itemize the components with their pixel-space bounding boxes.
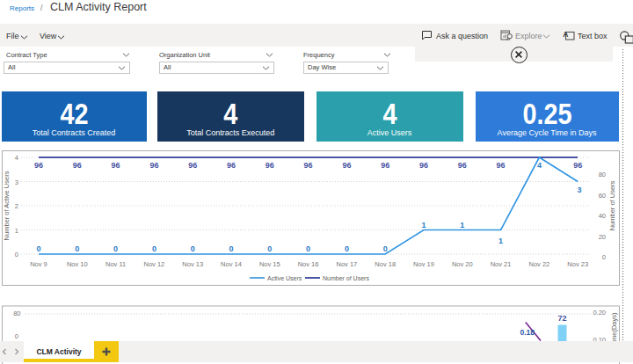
svg-text:0.18: 0.18 <box>520 328 535 337</box>
svg-text:96: 96 <box>266 161 274 170</box>
svg-text:80: 80 <box>599 171 606 178</box>
svg-text:4: 4 <box>537 161 542 170</box>
svg-text:40: 40 <box>599 212 606 220</box>
svg-text:0: 0 <box>152 244 156 253</box>
svg-text:96: 96 <box>573 161 582 170</box>
svg-text:Nov 17: Nov 17 <box>337 260 358 268</box>
svg-text:0.20: 0.20 <box>593 309 606 317</box>
svg-text:1: 1 <box>15 227 18 235</box>
svg-text:Nov 19: Nov 19 <box>413 260 434 268</box>
svg-text:96: 96 <box>188 161 197 170</box>
svg-text:0: 0 <box>345 244 349 253</box>
svg-text:96: 96 <box>227 161 236 170</box>
svg-text:Nov 22: Nov 22 <box>529 260 550 268</box>
svg-text:Nov 16: Nov 16 <box>298 260 319 268</box>
svg-text:Number of Users: Number of Users <box>608 180 616 230</box>
svg-text:0: 0 <box>267 244 272 253</box>
svg-text:0: 0 <box>191 244 195 253</box>
svg-text:Nov 15: Nov 15 <box>259 260 280 268</box>
svg-text:0: 0 <box>383 244 388 253</box>
svg-text:1: 1 <box>460 221 464 229</box>
svg-text:0: 0 <box>15 332 18 340</box>
svg-text:4: 4 <box>15 154 18 162</box>
svg-text:Number of Users: Number of Users <box>323 275 369 281</box>
svg-text:96: 96 <box>149 161 158 170</box>
svg-text:me(Days): me(Days) <box>610 312 618 341</box>
svg-text:80: 80 <box>13 309 20 317</box>
svg-text:Number of Active Users: Number of Active Users <box>3 171 11 240</box>
svg-text:0: 0 <box>602 253 606 261</box>
svg-text:96: 96 <box>112 161 120 170</box>
svg-text:3: 3 <box>15 178 18 186</box>
svg-text:3: 3 <box>577 186 581 194</box>
svg-text:96: 96 <box>381 161 389 170</box>
svg-text:Nov 21: Nov 21 <box>491 260 512 268</box>
svg-text:1: 1 <box>498 237 503 245</box>
svg-text:Nov 12: Nov 12 <box>144 260 165 268</box>
svg-text:Nov 20: Nov 20 <box>452 260 473 268</box>
svg-text:0: 0 <box>75 244 79 253</box>
svg-text:Nov 18: Nov 18 <box>375 260 396 268</box>
svg-text:Nov 14: Nov 14 <box>221 260 242 268</box>
svg-text:20: 20 <box>599 233 606 241</box>
svg-text:0: 0 <box>15 251 18 258</box>
svg-text:96: 96 <box>458 161 467 170</box>
svg-text:96: 96 <box>419 161 428 170</box>
svg-text:2: 2 <box>15 202 18 210</box>
svg-text:1: 1 <box>421 221 426 229</box>
svg-text:Nov 10: Nov 10 <box>67 260 88 268</box>
svg-text:Active Users: Active Users <box>267 275 302 281</box>
svg-text:96: 96 <box>497 161 506 170</box>
svg-text:0: 0 <box>36 244 40 253</box>
svg-text:Nov 23: Nov 23 <box>567 260 588 268</box>
svg-text:96: 96 <box>304 161 313 170</box>
svg-text:96: 96 <box>73 161 82 170</box>
svg-text:96: 96 <box>342 161 351 170</box>
svg-text:Nov 9: Nov 9 <box>30 260 47 268</box>
svg-text:0: 0 <box>306 244 310 253</box>
svg-text:96: 96 <box>34 161 43 170</box>
svg-text:Nov 13: Nov 13 <box>182 260 203 268</box>
svg-text:0: 0 <box>113 244 118 253</box>
svg-text:60: 60 <box>599 192 606 200</box>
svg-text:Nov 11: Nov 11 <box>106 260 126 268</box>
svg-text:72: 72 <box>557 314 566 323</box>
svg-text:0: 0 <box>229 244 233 253</box>
